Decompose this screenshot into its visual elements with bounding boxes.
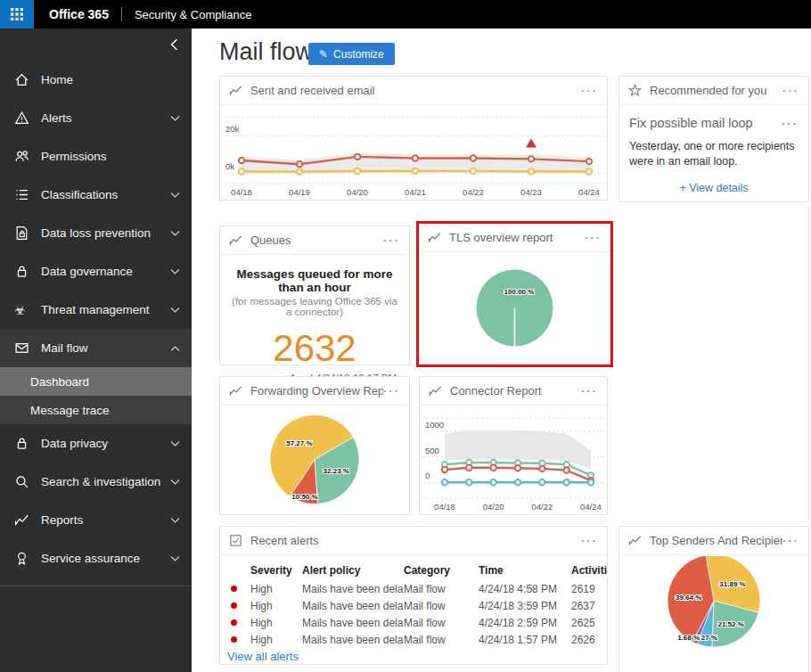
card-tls-overview: TLS overview report ··· 100.00 % (416, 221, 613, 367)
doclock-icon (14, 225, 41, 241)
card-menu-icon[interactable]: ··· (383, 234, 400, 246)
view-details-link[interactable]: + View details (629, 182, 799, 194)
sidebar-item-mail-flow[interactable]: Mail flow (0, 329, 192, 367)
view-all-alerts-link[interactable]: View all alerts (227, 650, 299, 663)
card-menu-icon[interactable]: ··· (383, 385, 400, 397)
svg-text:04/20: 04/20 (483, 502, 504, 512)
sidebar-item-threat-management[interactable]: ☣Threat management (0, 291, 192, 329)
collapse-sidebar-icon[interactable] (169, 38, 179, 51)
sidebar-item-alerts[interactable]: Alerts (0, 99, 192, 137)
svg-text:04/24: 04/24 (580, 502, 602, 512)
sidebar-item-data-loss-prevention[interactable]: Data loss prevention (0, 214, 192, 252)
svg-text:04/23: 04/23 (520, 187, 542, 197)
alert-row[interactable]: HighMails have been delay...Mail flow4/2… (220, 580, 607, 597)
svg-text:04/18: 04/18 (434, 502, 455, 512)
sidebar: HomeAlertsPermissionsClassificationsData… (0, 29, 192, 672)
severity-dot-icon (231, 636, 237, 643)
lock-icon (14, 264, 41, 279)
severity-dot-icon (231, 602, 237, 609)
connector-chart: 1000500004/1804/2004/2204/24 (422, 406, 605, 512)
brand-title[interactable]: Office 365 (49, 7, 109, 21)
tls-pie-chart: 100.00 % (421, 253, 609, 363)
card-menu-icon[interactable]: ··· (782, 85, 799, 96)
svg-text:04/18: 04/18 (231, 187, 252, 197)
chevron-up-icon (170, 345, 180, 352)
customize-button[interactable]: ✎ Customize (308, 43, 395, 65)
alert-icon (14, 111, 41, 126)
search-icon (14, 474, 41, 489)
recommendation-menu-icon[interactable]: ··· (782, 118, 799, 129)
chevron-down-icon (170, 479, 180, 486)
card-menu-icon[interactable]: ··· (585, 232, 602, 243)
svg-text:0k: 0k (225, 161, 234, 171)
sidebar-item-classifications[interactable]: Classifications (0, 176, 192, 214)
alert-row[interactable]: HighMails have been delay...Mail flow4/2… (220, 631, 607, 648)
card-top-senders: Top Senders And Recipients ··· 31.89 %21… (618, 526, 809, 672)
top-senders-pie-chart: 31.89 %21.52 %5.27 %1.68 %39.64 % (621, 556, 807, 670)
chevron-down-icon (170, 268, 180, 275)
card-forwarding-overview: Forwarding Overview Rep... ··· 32.23 %10… (219, 376, 410, 515)
sidebar-item-reports[interactable]: Reports (0, 501, 192, 539)
home-icon (14, 72, 41, 87)
card-menu-icon[interactable]: ··· (581, 385, 598, 397)
svg-text:04/19: 04/19 (289, 187, 310, 197)
card-queues: Queues ··· Messages queued for more than… (219, 225, 410, 365)
queues-count[interactable]: 2632 (229, 330, 400, 367)
card-sent-received-email: Sent and received email ··· 20k0k04/1804… (219, 76, 608, 201)
card-recent-alerts: Recent alerts ··· SeverityAlert policyCa… (219, 526, 608, 665)
alert-row[interactable]: HighMails have been delay...Mail flow4/2… (220, 614, 607, 631)
alert-row[interactable]: HighMails have been delay...Mail flow4/2… (220, 597, 607, 614)
severity-dot-icon (231, 586, 237, 592)
star-icon (628, 84, 642, 97)
sidebar-item-data-governance[interactable]: Data governance (0, 252, 192, 291)
sidebar-item-service-assurance[interactable]: Service assurance (0, 539, 192, 578)
queues-heading: Messages queued for more than an hour (229, 267, 400, 294)
line-chart-icon (229, 234, 242, 247)
forwarding-pie-chart: 32.23 %10.50 %57.27 % (222, 406, 407, 512)
svg-text:1.68 %: 1.68 % (677, 634, 700, 642)
card-connector-report: Connector Report ··· 1000500004/1804/200… (419, 376, 608, 515)
line-chart-icon (429, 384, 442, 397)
queues-subheading: (for messages leaving Office 365 via a c… (229, 296, 400, 317)
alerts-table-header: SeverityAlert policyCategoryTimeActiviti… (220, 561, 607, 580)
sidebar-item-message-trace[interactable]: Message trace (0, 396, 192, 424)
svg-text:31.89 %: 31.89 % (719, 580, 745, 588)
sidebar-item-permissions[interactable]: Permissions (0, 137, 192, 176)
chevron-down-icon (170, 555, 180, 562)
line-chart-icon (628, 534, 642, 547)
svg-text:1000: 1000 (425, 420, 444, 430)
top-bar: Office 365 Security & Compliance (0, 0, 811, 29)
sidebar-item-dashboard[interactable]: Dashboard (0, 367, 192, 396)
people-icon (14, 149, 41, 164)
svg-text:21.52 %: 21.52 % (717, 620, 743, 628)
svg-text:39.64 %: 39.64 % (676, 594, 701, 602)
sent-received-chart: 20k0k04/1804/1904/2004/2104/2204/2304/24 (222, 106, 605, 198)
sidebar-nav: HomeAlertsPermissionsClassificationsData… (0, 61, 192, 578)
sidebar-item-data-privacy[interactable]: Data privacy (0, 424, 192, 463)
card-menu-icon[interactable]: ··· (782, 535, 799, 546)
chevron-down-icon (170, 517, 180, 524)
svg-text:04/24: 04/24 (578, 187, 600, 197)
svg-text:04/22: 04/22 (531, 502, 553, 512)
svg-text:32.23 %: 32.23 % (324, 467, 349, 475)
app-launcher-icon[interactable] (0, 0, 34, 29)
card-menu-icon[interactable]: ··· (581, 535, 598, 546)
svg-text:500: 500 (425, 446, 439, 455)
page-title: Mail flow (219, 38, 313, 66)
mail-icon (14, 340, 41, 356)
alerts-table: SeverityAlert policyCategoryTimeActiviti… (220, 561, 607, 648)
svg-text:04/22: 04/22 (463, 187, 484, 197)
list-icon (14, 187, 41, 202)
line-chart-icon (229, 384, 242, 397)
svg-text:04/21: 04/21 (405, 187, 426, 197)
sidebar-divider (0, 586, 192, 586)
badge-icon (14, 551, 41, 566)
svg-text:0: 0 (425, 471, 430, 480)
card-menu-icon[interactable]: ··· (581, 85, 598, 96)
recommendation-text: Yesterday, one or more recipients were i… (629, 139, 799, 169)
line-chart-icon (428, 231, 441, 244)
biohazard-icon: ☣ (14, 304, 41, 316)
checkbox-icon (229, 534, 242, 547)
sidebar-item-search-investigation[interactable]: Search & investigation (0, 463, 192, 501)
sidebar-item-home[interactable]: Home (0, 61, 192, 99)
